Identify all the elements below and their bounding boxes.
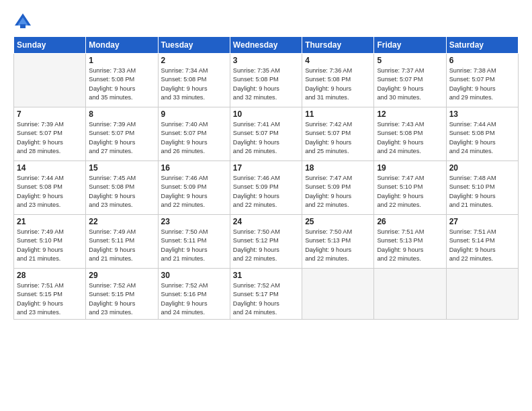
day-info: Sunrise: 7:43 AMSunset: 5:08 PMDaylight:…	[377, 120, 443, 156]
day-info: Sunrise: 7:44 AMSunset: 5:08 PMDaylight:…	[449, 120, 515, 156]
weekday-header-cell: Sunday	[14, 37, 86, 54]
calendar-day-cell: 17Sunrise: 7:46 AMSunset: 5:09 PMDayligh…	[230, 161, 302, 215]
day-number: 21	[17, 217, 83, 226]
day-info: Sunrise: 7:37 AMSunset: 5:07 PMDaylight:…	[377, 66, 443, 102]
day-info: Sunrise: 7:52 AMSunset: 5:16 PMDaylight:…	[161, 281, 227, 317]
day-number: 1	[89, 56, 154, 65]
day-info: Sunrise: 7:42 AMSunset: 5:07 PMDaylight:…	[305, 120, 371, 156]
day-number: 25	[305, 217, 371, 226]
calendar-day-cell: 8Sunrise: 7:39 AMSunset: 5:07 PMDaylight…	[86, 107, 158, 161]
day-info: Sunrise: 7:51 AMSunset: 5:15 PMDaylight:…	[17, 281, 83, 317]
day-info: Sunrise: 7:51 AMSunset: 5:14 PMDaylight:…	[449, 228, 515, 263]
day-info: Sunrise: 7:48 AMSunset: 5:10 PMDaylight:…	[449, 174, 515, 210]
day-number: 24	[233, 217, 299, 226]
calendar-day-cell: 10Sunrise: 7:41 AMSunset: 5:07 PMDayligh…	[230, 107, 302, 161]
day-number: 8	[89, 109, 154, 119]
day-info: Sunrise: 7:34 AMSunset: 5:08 PMDaylight:…	[161, 66, 227, 102]
day-info: Sunrise: 7:50 AMSunset: 5:11 PMDaylight:…	[161, 228, 227, 263]
calendar-day-cell: 23Sunrise: 7:50 AMSunset: 5:11 PMDayligh…	[158, 215, 230, 269]
day-info: Sunrise: 7:52 AMSunset: 5:17 PMDaylight:…	[233, 281, 299, 317]
day-number: 30	[161, 271, 227, 280]
calendar-body: 1Sunrise: 7:33 AMSunset: 5:08 PMDaylight…	[14, 54, 519, 320]
calendar-day-cell: 21Sunrise: 7:49 AMSunset: 5:10 PMDayligh…	[14, 215, 86, 269]
day-number: 15	[89, 163, 154, 173]
calendar-day-cell: 26Sunrise: 7:51 AMSunset: 5:13 PMDayligh…	[374, 215, 446, 269]
day-number: 27	[449, 217, 515, 226]
day-number: 16	[161, 163, 227, 173]
day-number: 10	[233, 109, 299, 119]
day-number: 23	[161, 217, 227, 226]
day-number: 14	[17, 163, 83, 173]
day-info: Sunrise: 7:33 AMSunset: 5:08 PMDaylight:…	[89, 66, 154, 102]
day-info: Sunrise: 7:44 AMSunset: 5:08 PMDaylight:…	[17, 174, 83, 210]
day-number: 18	[305, 163, 371, 173]
day-number: 26	[377, 217, 443, 226]
day-info: Sunrise: 7:45 AMSunset: 5:08 PMDaylight:…	[89, 174, 154, 210]
calendar-day-cell: 30Sunrise: 7:52 AMSunset: 5:16 PMDayligh…	[158, 269, 230, 320]
weekday-header-row: SundayMondayTuesdayWednesdayThursdayFrid…	[14, 37, 519, 54]
day-info: Sunrise: 7:49 AMSunset: 5:11 PMDaylight:…	[89, 228, 154, 263]
day-number: 6	[449, 56, 515, 65]
header	[13, 12, 519, 31]
calendar-table: SundayMondayTuesdayWednesdayThursdayFrid…	[13, 36, 519, 320]
logo-icon	[13, 12, 32, 31]
day-info: Sunrise: 7:38 AMSunset: 5:07 PMDaylight:…	[449, 66, 515, 102]
calendar-week-row: 7Sunrise: 7:39 AMSunset: 5:07 PMDaylight…	[14, 107, 519, 161]
day-number: 5	[377, 56, 443, 65]
day-info: Sunrise: 7:49 AMSunset: 5:10 PMDaylight:…	[17, 228, 83, 263]
calendar-day-cell: 19Sunrise: 7:47 AMSunset: 5:10 PMDayligh…	[374, 161, 446, 215]
calendar-day-cell: 31Sunrise: 7:52 AMSunset: 5:17 PMDayligh…	[230, 269, 302, 320]
day-number: 20	[449, 163, 515, 173]
day-info: Sunrise: 7:52 AMSunset: 5:15 PMDaylight:…	[89, 281, 154, 317]
calendar-day-cell: 3Sunrise: 7:35 AMSunset: 5:08 PMDaylight…	[230, 54, 302, 107]
calendar-day-cell: 28Sunrise: 7:51 AMSunset: 5:15 PMDayligh…	[14, 269, 86, 320]
day-number: 19	[377, 163, 443, 173]
calendar-day-cell: 24Sunrise: 7:50 AMSunset: 5:12 PMDayligh…	[230, 215, 302, 269]
calendar-day-cell: 5Sunrise: 7:37 AMSunset: 5:07 PMDaylight…	[374, 54, 446, 107]
calendar-day-cell: 13Sunrise: 7:44 AMSunset: 5:08 PMDayligh…	[446, 107, 518, 161]
calendar-day-cell: 22Sunrise: 7:49 AMSunset: 5:11 PMDayligh…	[86, 215, 158, 269]
day-info: Sunrise: 7:40 AMSunset: 5:07 PMDaylight:…	[161, 120, 227, 156]
day-number: 2	[161, 56, 227, 65]
day-number: 4	[305, 56, 371, 65]
weekday-header-cell: Friday	[374, 37, 446, 54]
calendar-day-cell: 4Sunrise: 7:36 AMSunset: 5:08 PMDaylight…	[302, 54, 374, 107]
day-number: 31	[233, 271, 299, 280]
calendar-day-cell: 27Sunrise: 7:51 AMSunset: 5:14 PMDayligh…	[446, 215, 518, 269]
calendar-day-cell: 12Sunrise: 7:43 AMSunset: 5:08 PMDayligh…	[374, 107, 446, 161]
day-info: Sunrise: 7:39 AMSunset: 5:07 PMDaylight:…	[17, 120, 83, 156]
svg-rect-2	[20, 24, 26, 28]
day-number: 11	[305, 109, 371, 119]
calendar-day-cell: 7Sunrise: 7:39 AMSunset: 5:07 PMDaylight…	[14, 107, 86, 161]
calendar-day-cell: 29Sunrise: 7:52 AMSunset: 5:15 PMDayligh…	[86, 269, 158, 320]
day-info: Sunrise: 7:41 AMSunset: 5:07 PMDaylight:…	[233, 120, 299, 156]
calendar-day-cell: 9Sunrise: 7:40 AMSunset: 5:07 PMDaylight…	[158, 107, 230, 161]
calendar-day-cell	[374, 269, 446, 320]
calendar-day-cell: 18Sunrise: 7:47 AMSunset: 5:09 PMDayligh…	[302, 161, 374, 215]
day-info: Sunrise: 7:39 AMSunset: 5:07 PMDaylight:…	[89, 120, 154, 156]
weekday-header-cell: Tuesday	[158, 37, 230, 54]
day-info: Sunrise: 7:51 AMSunset: 5:13 PMDaylight:…	[377, 228, 443, 263]
day-number: 17	[233, 163, 299, 173]
logo	[13, 12, 35, 31]
day-info: Sunrise: 7:50 AMSunset: 5:13 PMDaylight:…	[305, 228, 371, 263]
day-info: Sunrise: 7:36 AMSunset: 5:08 PMDaylight:…	[305, 66, 371, 102]
calendar-day-cell: 2Sunrise: 7:34 AMSunset: 5:08 PMDaylight…	[158, 54, 230, 107]
calendar-day-cell: 15Sunrise: 7:45 AMSunset: 5:08 PMDayligh…	[86, 161, 158, 215]
day-number: 9	[161, 109, 227, 119]
calendar-day-cell: 25Sunrise: 7:50 AMSunset: 5:13 PMDayligh…	[302, 215, 374, 269]
day-number: 12	[377, 109, 443, 119]
day-number: 13	[449, 109, 515, 119]
calendar-day-cell	[446, 269, 518, 320]
calendar-week-row: 14Sunrise: 7:44 AMSunset: 5:08 PMDayligh…	[14, 161, 519, 215]
calendar-day-cell: 16Sunrise: 7:46 AMSunset: 5:09 PMDayligh…	[158, 161, 230, 215]
calendar-day-cell: 11Sunrise: 7:42 AMSunset: 5:07 PMDayligh…	[302, 107, 374, 161]
calendar-day-cell	[302, 269, 374, 320]
calendar-day-cell: 1Sunrise: 7:33 AMSunset: 5:08 PMDaylight…	[86, 54, 158, 107]
day-info: Sunrise: 7:47 AMSunset: 5:09 PMDaylight:…	[305, 174, 371, 210]
day-info: Sunrise: 7:47 AMSunset: 5:10 PMDaylight:…	[377, 174, 443, 210]
day-info: Sunrise: 7:46 AMSunset: 5:09 PMDaylight:…	[233, 174, 299, 210]
calendar-day-cell: 14Sunrise: 7:44 AMSunset: 5:08 PMDayligh…	[14, 161, 86, 215]
weekday-header-cell: Monday	[86, 37, 158, 54]
weekday-header-cell: Wednesday	[230, 37, 302, 54]
